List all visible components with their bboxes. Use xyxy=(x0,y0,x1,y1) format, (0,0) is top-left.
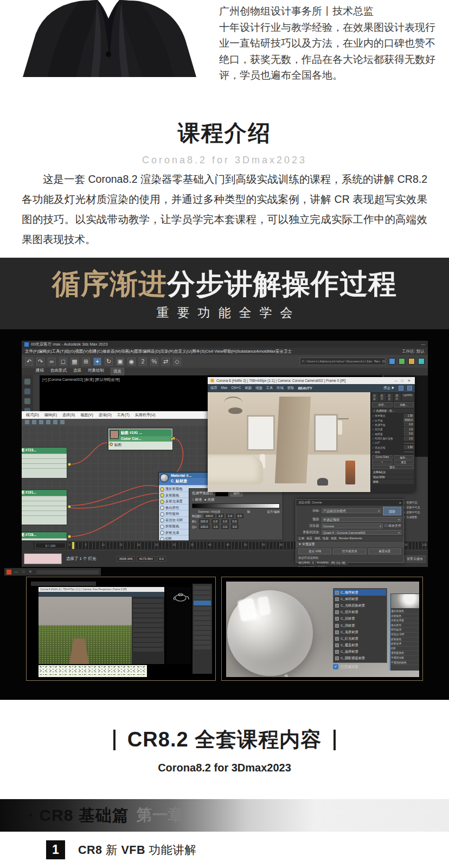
zoom-out-icon[interactable] xyxy=(407,386,412,391)
map-node-left[interactable]: 贴图 #723... xyxy=(22,447,67,478)
slate-menu-item[interactable]: 选项(O) xyxy=(99,412,112,418)
map-node-left3[interactable]: 贴图 #728... xyxy=(22,532,67,540)
value-field[interactable]: 100.0 xyxy=(199,525,210,529)
frame-counter[interactable]: 0 / 100 xyxy=(35,542,66,548)
load-config-button[interactable]: 加载... xyxy=(394,402,414,407)
y-coordinate-field[interactable]: 4173.964 xyxy=(137,556,155,561)
render-setup-icon[interactable] xyxy=(389,358,395,365)
maxscript-mini-listener[interactable] xyxy=(24,553,62,564)
value-field[interactable]: 100.0 xyxy=(199,519,210,524)
render-dialog-tab[interactable]: Render Elements xyxy=(339,537,362,540)
material-slot-row[interactable]: 透明度颜色 xyxy=(391,651,419,656)
value-field[interactable]: 1.0 xyxy=(212,525,220,529)
slate-menu-item[interactable]: 编辑(E) xyxy=(44,412,57,418)
value-field[interactable]: 1.0 xyxy=(226,514,234,518)
advanced-radio[interactable]: ● 高级 xyxy=(204,497,215,502)
vfb-rollout[interactable]: 光晕&眩光 xyxy=(372,470,414,474)
render-frame-icon[interactable] xyxy=(399,358,405,365)
vfb-rollout[interactable]: 降噪 xyxy=(372,480,414,484)
render-dialog-tab[interactable]: 公用 xyxy=(298,537,304,540)
standard-radio[interactable]: ○ 标准 xyxy=(192,497,202,502)
value-field[interactable]: 0.0 xyxy=(231,525,239,529)
vfb-tool-button[interactable]: Ctrl+C xyxy=(232,386,241,391)
value-field[interactable]: 1.0 xyxy=(211,519,219,524)
material-slot-row[interactable]: 折射光泽 xyxy=(391,642,419,647)
vfb-tool-button[interactable]: 刷新 xyxy=(245,386,252,391)
vfb-tab[interactable]: 历史 xyxy=(387,393,394,401)
material-type-item[interactable]: C_光线切换材质 xyxy=(334,602,386,609)
material-slot-row[interactable]: 各向异性 xyxy=(391,623,419,628)
reset-button[interactable]: 重置 xyxy=(394,460,414,464)
menu-item[interactable]: 渲染(R) xyxy=(161,349,174,354)
menu-item[interactable]: 工具(T) xyxy=(52,349,66,354)
material-slot-row[interactable]: 漫反射颜色 xyxy=(391,609,419,614)
dialog-button[interactable]: 打开材质库 xyxy=(333,548,366,554)
material-type-item[interactable]: C_阴影捕捉材质 xyxy=(334,655,386,662)
mini-window-controls[interactable]: — □ ✕ xyxy=(14,570,34,574)
toolbar-icon[interactable]: ⊞ xyxy=(82,358,90,366)
tone-mapping-param[interactable]: ✓ 高光压缩1.50 xyxy=(372,445,414,450)
material-type-item[interactable]: C_体积材质 xyxy=(334,596,386,602)
menu-item[interactable]: 图形编辑器(D) xyxy=(134,349,161,354)
value-field[interactable]: 100.0 xyxy=(204,514,215,518)
material-editor-icon[interactable] xyxy=(408,358,415,365)
menu-item[interactable]: 文件(F) xyxy=(25,349,39,354)
dialog-button[interactable]: 显示 VFB xyxy=(298,548,331,554)
view-dropdown[interactable]: Quad 4 - Corona Camera002 xyxy=(322,530,401,535)
vfb-tool-button[interactable]: 抓取 xyxy=(287,386,294,391)
map-node-left2[interactable]: 贴图 #191... xyxy=(22,489,67,525)
curve-edit-button[interactable]: 编辑... xyxy=(394,455,414,459)
tone-mapping-param[interactable]: ✓ 曲线 xyxy=(372,450,414,454)
set-key-button[interactable]: 设置关键点 xyxy=(404,556,426,563)
tone-mapping-param[interactable]: ✓ 饱和度0.0 xyxy=(372,432,414,436)
z-coordinate-field[interactable]: 0.0 xyxy=(157,556,166,561)
value-field[interactable]: 1.0 xyxy=(221,519,229,524)
material-slot-row[interactable]: IOR xyxy=(391,647,419,652)
add-button[interactable]: + xyxy=(372,460,393,464)
noise-limit-field[interactable]: 0.0 % xyxy=(316,565,327,567)
material-type-item[interactable]: C_层材质 xyxy=(334,616,386,622)
toolbar-icon[interactable]: ⇄ xyxy=(162,358,170,366)
visibility-checkbox[interactable]: ✓ 折射中可见 xyxy=(403,510,427,515)
ribbon-tab[interactable]: 选择 xyxy=(73,368,81,375)
tone-mapping-section[interactable]: ✓ 色调映射 - 简... xyxy=(372,409,414,413)
preset-dropdown[interactable]: 未选定预设 xyxy=(322,517,401,522)
ribbon-tab[interactable]: 建模 xyxy=(36,368,44,375)
render-icon[interactable] xyxy=(418,358,425,365)
render-dialog-tab[interactable]: 系统 xyxy=(331,537,337,540)
save-file-checkbox[interactable]: ☐ 保存文件 xyxy=(384,524,401,528)
tone-mapping-param[interactable]: ✓ 简单曝光1.50 xyxy=(372,413,414,418)
menu-item[interactable]: 帮助(H) xyxy=(223,349,236,354)
material-slot-row[interactable]: 反射光泽度 xyxy=(391,618,419,623)
menu-item[interactable]: Arnold xyxy=(256,349,268,354)
vfb-tab[interactable]: 渲染 xyxy=(372,393,379,401)
project-folder-dropdown[interactable]: C:\Users\Administrator\Documents\3ds Max… xyxy=(300,358,386,365)
vfb-tool-button[interactable]: Max xyxy=(221,386,228,391)
renderer-dropdown[interactable]: Corona xyxy=(322,524,383,528)
material-type-item[interactable]: C_灯光材质 xyxy=(334,635,386,642)
toolbar-icon[interactable]: ◇ xyxy=(173,358,181,366)
zoom-in-icon[interactable] xyxy=(399,386,403,391)
tone-mapping-param[interactable]: ✓ 色调平衡0.0 xyxy=(372,423,414,427)
vfb-tool-button[interactable]: 缩放 xyxy=(255,386,262,391)
viewport-label[interactable]: [+] [Corona Camera002] [标准] [默认明暗处理] xyxy=(42,377,120,382)
visibility-checkbox[interactable]: ✓ 反射中可见 xyxy=(403,505,427,510)
material-slot-row[interactable]: 不透明的颜色 xyxy=(391,661,419,666)
toolbar-icon[interactable]: ↶ xyxy=(25,358,33,366)
toolbar-icon[interactable]: ◉ xyxy=(127,358,136,366)
render-dialog-tab[interactable]: 性能 xyxy=(323,537,329,540)
tone-mapping-param[interactable]: ✓ ACES 输出变换1.0 xyxy=(372,436,414,441)
toolbar-icon[interactable]: 2 xyxy=(139,358,147,366)
tone-mapping-param[interactable]: ✓ 白平衡6500.0 xyxy=(372,418,414,422)
tone-mapping-param[interactable]: ✓ 对比度1.0 xyxy=(372,427,414,431)
toolbar-icon[interactable]: ↷ xyxy=(36,358,44,366)
general-settings-rollout[interactable]: ▼ 常规设置 xyxy=(296,541,403,547)
vfb-tab[interactable]: 调试 xyxy=(394,393,401,401)
save-config-button[interactable]: 保存... xyxy=(372,402,393,407)
material-slot-row[interactable]: 折射颜色 xyxy=(391,637,419,642)
value-field[interactable]: 1.0 xyxy=(221,525,229,529)
menu-item[interactable]: 修改器(M) xyxy=(102,349,121,354)
material-slot-row[interactable]: 半透明分数 xyxy=(391,656,419,661)
slate-menu-item[interactable]: 模式(D) xyxy=(26,412,39,418)
value-field[interactable]: 1.0 xyxy=(217,514,224,518)
